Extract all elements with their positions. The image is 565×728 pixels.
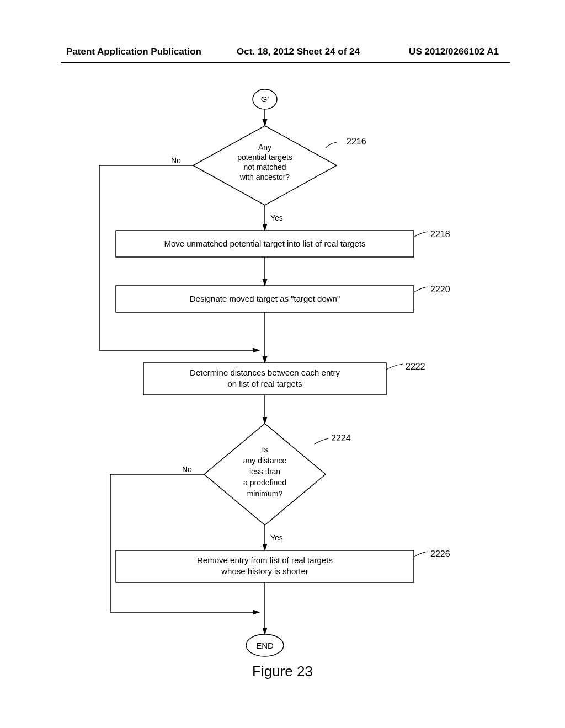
d2216-l4: with ancestor? (239, 173, 290, 181)
b2226-l1: Remove entry from list of real targets (197, 555, 333, 565)
page-header: Patent Application Publication Oct. 18, … (0, 46, 565, 61)
d2216-l1: Any (258, 143, 271, 152)
d2216-l2: potential targets (237, 153, 292, 162)
ref-2216: 2216 (347, 137, 366, 146)
d2224-l3: less than (249, 467, 280, 476)
b2220: Designate moved target as "target down" (190, 294, 340, 303)
header-right: US 2012/0266102 A1 (409, 46, 499, 57)
ref-2218: 2218 (430, 229, 450, 239)
b2226-l2: whose history is shorter (221, 566, 308, 576)
d2224-l4: a predefined (243, 478, 286, 487)
d2224-l1: Is (262, 445, 268, 454)
no1-label: No (171, 156, 181, 165)
figure-caption: Figure 23 (0, 663, 565, 680)
end-node: END (256, 641, 274, 650)
d2224-l5: minimum? (247, 489, 283, 498)
b2222-l2: on list of real targets (227, 379, 302, 388)
header-rule (61, 62, 510, 63)
no2-label: No (182, 465, 192, 474)
d2224-l2: any distance (243, 456, 287, 465)
ref-2220: 2220 (430, 285, 450, 294)
header-left: Patent Application Publication (66, 46, 201, 57)
ref-2224: 2224 (331, 433, 351, 443)
yes1-label: Yes (270, 213, 283, 222)
start-node: G' (261, 94, 269, 104)
d2216-l3: not matched (243, 163, 286, 172)
b2222-l1: Determine distances between each entry (190, 368, 340, 377)
header-mid: Oct. 18, 2012 Sheet 24 of 24 (237, 46, 360, 57)
ref-2222: 2222 (406, 362, 425, 371)
ref-2226: 2226 (430, 549, 450, 559)
yes2-label: Yes (270, 533, 283, 542)
flowchart: G' Any potential targets not matched wit… (50, 83, 524, 700)
b2218: Move unmatched potential target into lis… (164, 239, 365, 248)
